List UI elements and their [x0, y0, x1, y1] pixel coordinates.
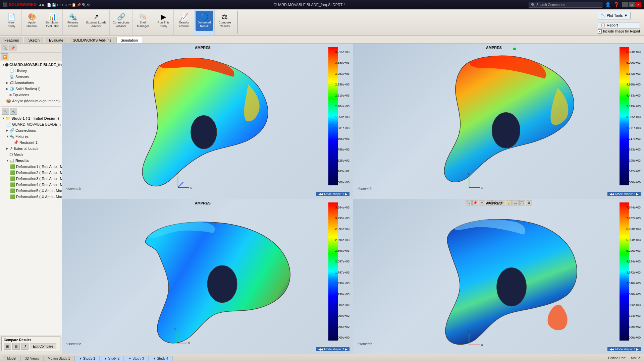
tab-study-4[interactable]: ▼ Study 4: [148, 356, 173, 361]
results-advisor-button[interactable]: 📈 ResultsAdvisor: [175, 11, 193, 31]
plot-tools-button[interactable]: 📉 Plot Tools ▼: [598, 12, 631, 19]
include-image-checkbox[interactable]: ✓: [598, 29, 602, 34]
apply-material-button[interactable]: 🎨 ApplyMaterial: [23, 11, 41, 31]
tree-item-connections[interactable]: ▶ 🔗 Connections: [1, 127, 61, 133]
mode-shape-nav-2[interactable]: ▶: [636, 192, 639, 196]
ribbon-group-shell: 🐚 ShellManager: [133, 10, 153, 35]
tab-study-2[interactable]: ▼ Study 2: [100, 356, 124, 361]
arrow-study1: ▼: [2, 117, 5, 120]
vp-tool-more[interactable]: …: [513, 200, 519, 205]
legend-val-4-12: 6,620e+02: [626, 325, 641, 328]
annotations-icon: 🏷: [9, 80, 13, 85]
viewport-cell-3[interactable]: AMPRES 3,594e+03 3,295e+03 2,995e+03 2,6…: [62, 199, 353, 354]
compare-icon-btn-1[interactable]: ⊞: [4, 343, 11, 350]
legend-val-2-8: 2,771e+03: [626, 126, 641, 130]
tree-item-deformation4[interactable]: 🟩 Deformation4 (-Res Amp - Mod…: [1, 182, 61, 188]
exit-compare-button[interactable]: Exit Compare: [30, 344, 56, 349]
vp-tool-pin[interactable]: 📌: [472, 200, 478, 205]
mode-shape-text-2: Mode shape: 3: [615, 192, 635, 196]
mode-shape-nav-1[interactable]: ▶: [345, 192, 347, 196]
tree-item-fixtures[interactable]: ▼ 🔩 Fixtures: [1, 133, 61, 139]
tree-item-annotations[interactable]: ▶ 🏷 Annotations: [1, 80, 61, 86]
vp-tool-expand[interactable]: ⛶: [519, 200, 525, 205]
tree-item-results[interactable]: ▼ 📊 Results: [1, 158, 61, 164]
tab-addins[interactable]: SOLIDWORKS Add-Ins: [68, 37, 116, 43]
vp-tool-light[interactable]: 💡: [506, 200, 512, 205]
tab-study-3[interactable]: ▼ Study 3: [124, 356, 148, 361]
deformed-result-button[interactable]: 🔵 DeformedResult: [196, 11, 213, 31]
filter-button[interactable]: 🔍: [1, 45, 8, 51]
compare-icon-btn-2[interactable]: ⊟: [12, 343, 20, 350]
tab-3d-views[interactable]: 3D Views: [20, 356, 43, 361]
tree-item-restraint1[interactable]: 📌 Restraint-1: [1, 139, 61, 145]
viewport-cell-4[interactable]: 🔍 📌 ✏ ⊞ ⚙ 👁 💡 … ⛶ 🖥 AMPRES 7,944e+03 7,2…: [353, 199, 644, 354]
minimize-button[interactable]: —: [622, 2, 628, 7]
tab-motion-study-1[interactable]: Motion Study 1: [43, 356, 74, 361]
mode-shape-nav-4[interactable]: ▶: [636, 348, 639, 351]
tree-item-deformation5[interactable]: 🟩 Deformation5 (-X Amp - Mode S…: [1, 188, 61, 194]
tree-item-deformation2[interactable]: 🟩 Deformation2 (-Res Amp - Mod…: [1, 170, 61, 176]
tree-item-solid-bodies[interactable]: ▶ 🧊 Solid Bodies(1): [1, 86, 61, 92]
close-button[interactable]: ✕: [635, 2, 641, 7]
tree-item-mesh[interactable]: ⬡ Mesh: [1, 152, 61, 158]
tree-item-acrylic[interactable]: 📦 Acrylic (Medium-high impact): [1, 98, 61, 104]
legend-labels-1: 3,915e+03 3,589e+03 3,263e+03 2,936e+03 …: [335, 50, 350, 184]
ampres-title-4: AMPRES: [486, 201, 502, 205]
icon-btn-2[interactable]: 🔩: [10, 108, 17, 115]
tree-item-history[interactable]: 🕐 History: [1, 68, 61, 74]
tab-sketch[interactable]: Sketch: [24, 37, 44, 43]
tab-evaluate[interactable]: Evaluate: [45, 37, 68, 43]
report-button[interactable]: 📋 Report: [598, 22, 640, 28]
statusbar-right: Editing Part MMGS: [608, 356, 641, 360]
viewport-cell-2[interactable]: AMPRES 6,650e+03 6,096e+03 5,542e+03 4,9…: [353, 44, 644, 199]
tree-item-deformation3[interactable]: 🟩 Deformation3 (-Res Amp - Mod…: [1, 176, 61, 182]
maximize-button[interactable]: □: [629, 2, 635, 7]
user-icon[interactable]: 👤: [605, 2, 611, 7]
tree-item-ext-loads[interactable]: ▶ ↗ External Loads: [1, 145, 61, 152]
tree-item-equations[interactable]: = Equations: [1, 92, 61, 98]
tree-item-study1[interactable]: ▼ 📁 Study 1 (-1 - Initial Design-): [1, 115, 61, 121]
shell-label: ShellManager: [137, 21, 149, 28]
tab-features[interactable]: Features: [0, 37, 23, 43]
arrow-guard: ▼: [2, 63, 5, 66]
tree-item-deformation1[interactable]: 🟩 Deformation1 (-Res Amp - Mo…: [1, 164, 61, 170]
search-commands-box[interactable]: 🔍 Search Commands: [529, 2, 602, 8]
icon-btn-1[interactable]: 🔧: [2, 108, 9, 115]
legend-val-1-12: 3,263e+02: [335, 170, 350, 173]
main-content: 🔍 📌 🔽 ▼ ◉ GUARD-MOVABLE BLADE_freq (1 - …: [0, 44, 644, 354]
tree-item-deformation6[interactable]: 🟩 Deformation6 (-X Amp - Mode S…: [1, 194, 61, 200]
compare-icon-btn-3[interactable]: ↺: [21, 343, 29, 350]
fixtures-advisor-button[interactable]: 🔩 FixturesAdvisor: [64, 11, 82, 31]
study1-icon: 📁: [5, 116, 10, 121]
pin-button[interactable]: 📌: [9, 45, 16, 51]
mode-shape-badge-4[interactable]: ◀◀ Mode shape: 4 ▶: [607, 347, 641, 351]
legend-val-3-11: 5,990e+02: [335, 314, 350, 317]
external-loads-button[interactable]: ↗ External LoadsAdvisor: [85, 11, 108, 31]
tab-study-1[interactable]: ▼ Study 1: [74, 356, 100, 361]
vp-tool-edit[interactable]: ✏: [479, 200, 485, 205]
compare-results-button[interactable]: ⚖ CompareResults: [216, 11, 233, 31]
vp-tool-monitor[interactable]: 🖥: [526, 200, 532, 205]
shell-manager-button[interactable]: 🐚 ShellManager: [134, 11, 152, 31]
arrow-connections: ▶: [6, 129, 9, 132]
tab-simulation[interactable]: Simulation: [116, 37, 142, 43]
run-study-button[interactable]: ▶ Run ThisStudy: [155, 11, 172, 31]
tree-item-guard[interactable]: ▼ ◉ GUARD-MOVABLE BLADE_freq (1 - Ini…: [1, 62, 61, 68]
nav-arrows[interactable]: ◀ ▶: [39, 3, 45, 7]
vp-tool-search[interactable]: 🔍: [466, 200, 472, 205]
simulation-evaluator-button[interactable]: 📊 SimulationEvaluator: [44, 11, 61, 31]
toolbar-icons[interactable]: 📄 💾 ↩ ↪ 🖨 ✂ 📋 📌 🔍 ⚙: [47, 3, 90, 7]
document-title: GUARD-MOVABLE BLADE_freq.SLDPRT *: [90, 3, 529, 7]
mode-shape-badge-2[interactable]: ◀◀ Mode shape: 3 ▶: [607, 192, 641, 196]
mode-shape-nav-3[interactable]: ▶: [345, 348, 347, 351]
connections-advisor-button[interactable]: 🔗 ConnectionsAdvisor: [111, 11, 131, 31]
tab-model[interactable]: Model: [3, 356, 20, 361]
help-icon[interactable]: ❓: [613, 2, 619, 7]
tree-item-guard-file[interactable]: 📄 GUARD-MOVABLE BLADE_freq (…: [1, 121, 61, 127]
mode-shape-badge-3[interactable]: ◀◀ Mode shape: 2 ▶: [316, 347, 350, 351]
filter2-button[interactable]: 🔽: [1, 53, 8, 60]
tree-item-sensors[interactable]: 📡 Sensors: [1, 74, 61, 80]
mode-shape-badge-1[interactable]: ◀◀ Mode shape: 1 ▶: [316, 192, 350, 196]
viewport-cell-1[interactable]: AMPRES 3,915e+03 3,589e+03 3,263e+03 2,9…: [62, 44, 353, 199]
new-study-button[interactable]: 📄 NewStudy: [3, 11, 20, 31]
